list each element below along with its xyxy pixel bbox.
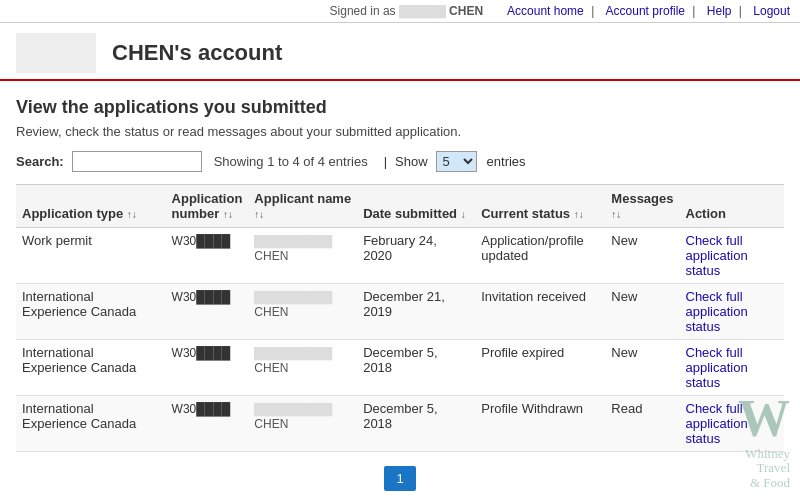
cell-applicant-name: ██████████CHEN [248, 284, 357, 340]
username-display: CHEN [449, 4, 483, 18]
cell-applicant-name: ██████████CHEN [248, 396, 357, 452]
cell-messages: New [605, 340, 679, 396]
help-link[interactable]: Help [707, 4, 732, 18]
cell-applicant-name: ██████████CHEN [248, 340, 357, 396]
cell-date-submitted: February 24, 2020 [357, 228, 475, 284]
cell-date-submitted: December 5, 2018 [357, 340, 475, 396]
search-row: Search: Showing 1 to 4 of 4 entries | Sh… [16, 151, 784, 172]
cell-app-number: W30████ [166, 396, 249, 452]
cell-app-type: International Experience Canada [16, 340, 166, 396]
col-applicant-name: Applicant name↑↓ [248, 185, 357, 228]
cell-messages: New [605, 284, 679, 340]
table-row: International Experience CanadaW30██████… [16, 396, 784, 452]
check-status-link[interactable]: Check full application status [686, 233, 748, 278]
page-subtitle: Review, check the status or read message… [16, 124, 784, 139]
sort-arrows-status[interactable]: ↑↓ [574, 209, 584, 220]
signed-in-text: Signed in as ██████ CHEN [330, 4, 484, 18]
page-title: View the applications you submitted [16, 97, 784, 118]
main-content: View the applications you submitted Revi… [0, 81, 800, 500]
page-header: CHEN's account [0, 23, 800, 81]
check-status-link[interactable]: Check full application status [686, 345, 748, 390]
logo [16, 33, 96, 73]
table-row: International Experience CanadaW30██████… [16, 340, 784, 396]
account-title: CHEN's account [112, 40, 282, 66]
sort-arrows-date[interactable]: ↓ [461, 209, 466, 220]
col-current-status: Current status ↑↓ [475, 185, 605, 228]
cell-current-status: Profile Withdrawn [475, 396, 605, 452]
showing-text: Showing 1 to 4 of 4 entries [214, 154, 368, 169]
cell-app-number: W30████ [166, 228, 249, 284]
sort-arrows-app-number[interactable]: ↑↓ [223, 209, 233, 220]
cell-current-status: Invitation received [475, 284, 605, 340]
sort-arrows-app-type[interactable]: ↑↓ [127, 209, 137, 220]
cell-app-type: International Experience Canada [16, 284, 166, 340]
check-status-link[interactable]: Check full application status [686, 401, 748, 446]
cell-current-status: Profile expired [475, 340, 605, 396]
account-profile-link[interactable]: Account profile [606, 4, 685, 18]
entries-select[interactable]: 5 10 25 50 [436, 151, 477, 172]
cell-action: Check full application status [680, 228, 785, 284]
col-messages: Messages↑↓ [605, 185, 679, 228]
cell-app-type: International Experience Canada [16, 396, 166, 452]
col-app-number: Applicationnumber ↑↓ [166, 185, 249, 228]
col-app-type: Application type ↑↓ [16, 185, 166, 228]
search-input[interactable] [72, 151, 202, 172]
sort-arrows-messages[interactable]: ↑↓ [611, 209, 621, 220]
top-nav: Account home | Account profile | Help | … [503, 4, 790, 18]
show-text: Show [395, 154, 428, 169]
cell-applicant-name: ██████████CHEN [248, 228, 357, 284]
cell-messages: New [605, 228, 679, 284]
cell-app-type: Work permit [16, 228, 166, 284]
account-home-link[interactable]: Account home [507, 4, 584, 18]
pagination: 1 [16, 466, 784, 491]
cell-action: Check full application status [680, 396, 785, 452]
search-label: Search: [16, 154, 64, 169]
cell-current-status: Application/profile updated [475, 228, 605, 284]
top-bar: Signed in as ██████ CHEN Account home | … [0, 0, 800, 23]
check-status-link[interactable]: Check full application status [686, 289, 748, 334]
logout-link[interactable]: Logout [753, 4, 790, 18]
cell-action: Check full application status [680, 284, 785, 340]
entries-label: entries [487, 154, 526, 169]
col-action: Action [680, 185, 785, 228]
sort-arrows-name[interactable]: ↑↓ [254, 209, 264, 220]
col-date-submitted: Date submitted ↓ [357, 185, 475, 228]
username-redacted: ██████ [399, 5, 446, 17]
applications-table: Application type ↑↓ Applicationnumber ↑↓… [16, 184, 784, 452]
cell-messages: Read [605, 396, 679, 452]
table-row: International Experience CanadaW30██████… [16, 284, 784, 340]
cell-date-submitted: December 21, 2019 [357, 284, 475, 340]
cell-app-number: W30████ [166, 340, 249, 396]
show-label: | [384, 154, 387, 169]
page-1-button[interactable]: 1 [384, 466, 415, 491]
cell-date-submitted: December 5, 2018 [357, 396, 475, 452]
cell-action: Check full application status [680, 340, 785, 396]
cell-app-number: W30████ [166, 284, 249, 340]
table-row: Work permitW30██████████████CHENFebruary… [16, 228, 784, 284]
